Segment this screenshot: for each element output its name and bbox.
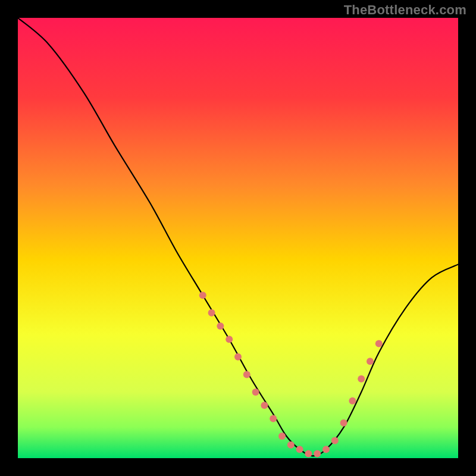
watermark-label: TheBottleneck.com bbox=[344, 2, 466, 18]
highlight-dot bbox=[234, 353, 242, 361]
highlight-dot bbox=[331, 437, 339, 444]
gradient-background bbox=[18, 18, 458, 458]
plot-area bbox=[18, 18, 458, 458]
highlight-dot bbox=[287, 441, 295, 449]
highlight-dot bbox=[305, 450, 312, 458]
chart-svg bbox=[18, 18, 458, 458]
highlight-dot bbox=[278, 433, 286, 440]
highlight-dot bbox=[217, 322, 224, 330]
highlight-dot bbox=[314, 450, 321, 458]
highlight-dot bbox=[199, 292, 206, 299]
chart-stage: TheBottleneck.com bbox=[0, 0, 476, 476]
highlight-dot bbox=[322, 446, 330, 453]
highlight-dot bbox=[208, 309, 215, 317]
highlight-dot bbox=[367, 358, 374, 365]
highlight-dot bbox=[243, 371, 250, 378]
highlight-dot bbox=[226, 336, 233, 343]
highlight-dot bbox=[252, 389, 259, 396]
highlight-dot bbox=[358, 375, 365, 383]
highlight-dot bbox=[270, 415, 277, 422]
highlight-dot bbox=[261, 402, 268, 409]
highlight-dot bbox=[349, 397, 356, 405]
highlight-dot bbox=[296, 446, 303, 453]
highlight-dot bbox=[340, 419, 347, 427]
highlight-dot bbox=[375, 340, 383, 347]
